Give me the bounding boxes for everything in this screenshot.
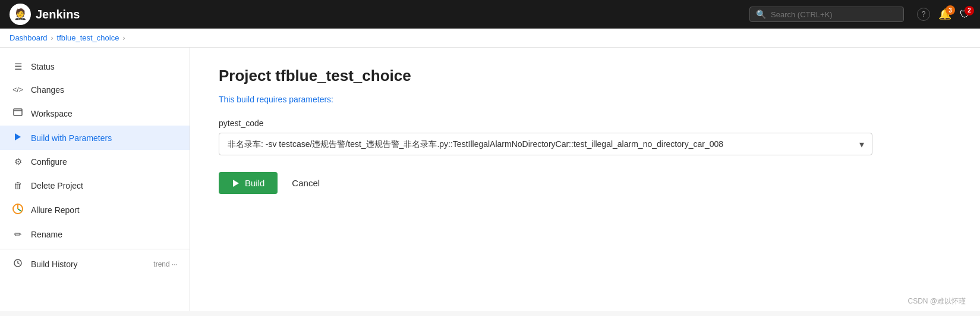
sidebar-item-build-with-parameters[interactable]: Build with Parameters bbox=[0, 126, 190, 150]
build-params-icon bbox=[12, 132, 24, 143]
build-button-label: Build bbox=[245, 178, 264, 188]
action-row: Build Cancel bbox=[219, 172, 951, 194]
help-button[interactable]: ? bbox=[917, 8, 930, 21]
workspace-icon bbox=[12, 108, 24, 119]
svg-marker-2 bbox=[15, 133, 21, 140]
search-input[interactable] bbox=[771, 10, 897, 19]
allure-icon bbox=[12, 204, 24, 216]
security-button[interactable]: 🛡 2 bbox=[960, 8, 970, 21]
breadcrumb-project[interactable]: tfblue_test_choice bbox=[57, 33, 119, 42]
sidebar-label-build-history: Build History bbox=[31, 259, 78, 269]
watermark: CSDN @难以怀瑾 bbox=[907, 296, 966, 306]
breadcrumb-sep-1: › bbox=[51, 34, 53, 42]
sidebar-item-delete-project[interactable]: 🗑 Delete Project bbox=[0, 174, 190, 197]
sidebar-item-rename[interactable]: ✏ Rename bbox=[0, 223, 190, 246]
sidebar-label-changes: Changes bbox=[31, 85, 64, 95]
sidebar-item-allure-report[interactable]: Allure Report bbox=[0, 197, 190, 223]
page-subtitle: This build requires parameters: bbox=[219, 95, 951, 104]
sidebar-bottom: Build History trend ··· bbox=[0, 249, 190, 276]
search-bar[interactable]: 🔍 bbox=[749, 7, 904, 22]
status-icon: ☰ bbox=[12, 61, 24, 72]
header: 🤵 Jenkins 🔍 ? 🔔 3 🛡 2 bbox=[0, 0, 980, 29]
main-content: Project tfblue_test_choice This build re… bbox=[190, 48, 980, 311]
param-label: pytest_code bbox=[219, 118, 951, 128]
sidebar-label-delete-project: Delete Project bbox=[31, 181, 83, 190]
breadcrumb-sep-2: › bbox=[122, 34, 125, 42]
sidebar-item-configure[interactable]: ⚙ Configure bbox=[0, 150, 190, 174]
sidebar-label-build-with-parameters: Build with Parameters bbox=[31, 133, 112, 143]
svg-rect-0 bbox=[14, 109, 22, 115]
sidebar: ☰ Status </> Changes Workspace Build wit… bbox=[0, 48, 190, 311]
layout: ☰ Status </> Changes Workspace Build wit… bbox=[0, 48, 980, 311]
svg-marker-5 bbox=[233, 180, 239, 187]
header-actions: ? 🔔 3 🛡 2 bbox=[917, 8, 970, 21]
notifications-badge: 3 bbox=[946, 5, 955, 15]
sidebar-item-status[interactable]: ☰ Status bbox=[0, 55, 190, 79]
jenkins-logo-icon: 🤵 bbox=[10, 4, 31, 25]
cancel-button[interactable]: Cancel bbox=[287, 172, 324, 194]
sidebar-item-build-history[interactable]: Build History trend ··· bbox=[0, 252, 190, 276]
notifications-button[interactable]: 🔔 3 bbox=[938, 8, 951, 21]
build-button[interactable]: Build bbox=[219, 172, 278, 194]
changes-icon: </> bbox=[12, 86, 24, 94]
build-history-trend: trend ··· bbox=[153, 260, 178, 268]
breadcrumb-dashboard[interactable]: Dashboard bbox=[10, 33, 48, 42]
sidebar-label-workspace: Workspace bbox=[31, 109, 73, 118]
param-select-wrapper: 非名录车: -sv testcase/违规告警/test_违规告警_非名录车.p… bbox=[219, 133, 872, 155]
sidebar-label-allure-report: Allure Report bbox=[31, 205, 80, 215]
logo: 🤵 Jenkins bbox=[10, 4, 80, 25]
sidebar-label-rename: Rename bbox=[31, 230, 62, 239]
rename-icon: ✏ bbox=[12, 229, 24, 240]
sidebar-item-changes[interactable]: </> Changes bbox=[0, 79, 190, 101]
breadcrumb: Dashboard › tfblue_test_choice › bbox=[0, 29, 980, 48]
page-title: Project tfblue_test_choice bbox=[219, 67, 951, 85]
build-history-icon bbox=[12, 258, 24, 270]
security-badge: 2 bbox=[965, 6, 974, 15]
configure-icon: ⚙ bbox=[12, 157, 24, 167]
sidebar-label-configure: Configure bbox=[31, 157, 67, 167]
build-play-icon bbox=[232, 179, 240, 187]
delete-icon: 🗑 bbox=[12, 180, 24, 190]
sidebar-label-status: Status bbox=[31, 62, 55, 71]
app-title: Jenkins bbox=[36, 8, 80, 21]
search-icon: 🔍 bbox=[756, 10, 766, 19]
sidebar-item-workspace[interactable]: Workspace bbox=[0, 101, 190, 126]
pytest-code-select[interactable]: 非名录车: -sv testcase/违规告警/test_违规告警_非名录车.p… bbox=[219, 133, 872, 155]
